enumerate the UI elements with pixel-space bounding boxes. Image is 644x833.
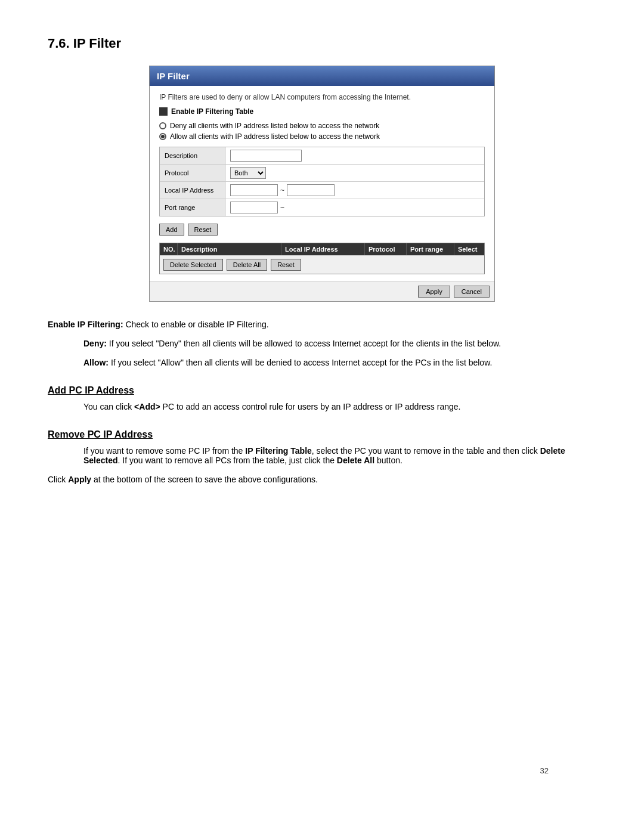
local-ip-row: Local IP Address ~: [160, 182, 484, 199]
local-ip-value: ~: [225, 182, 484, 199]
col-port-range: Port range: [407, 243, 454, 255]
description-row: Description: [160, 147, 484, 165]
table-reset-button[interactable]: Reset: [271, 259, 301, 271]
apply-text-content: Click Apply at the bottom of the screen …: [48, 475, 318, 484]
col-local-ip: Local IP Address: [281, 243, 365, 255]
port-start-input[interactable]: [230, 202, 278, 213]
col-description: Description: [178, 243, 281, 255]
port-tilde: ~: [280, 203, 284, 212]
port-range-row: Port range ~: [160, 199, 484, 216]
reset-button[interactable]: Reset: [188, 224, 218, 236]
delete-all-bold: Delete All: [337, 456, 374, 465]
page-title: 7.6. IP Filter: [48, 36, 596, 51]
cancel-button[interactable]: Cancel: [454, 286, 490, 298]
radio-deny-label: Deny all clients with IP address listed …: [170, 122, 379, 130]
allow-text: If you select "Allow" then all clients w…: [111, 358, 493, 367]
enable-heading: Enable IP Filtering:: [48, 320, 123, 329]
add-pc-text-content: You can click <Add> PC to add an access …: [83, 402, 460, 411]
local-ip-end-input[interactable]: [287, 184, 335, 196]
col-protocol: Protocol: [365, 243, 407, 255]
remove-pc-title: Remove PC IP Address: [48, 429, 596, 440]
protocol-value: Both TCP UDP: [225, 165, 484, 181]
panel-header: IP Filter: [150, 66, 494, 86]
enable-text: Check to enable or disable IP Filtering.: [125, 320, 268, 329]
radio-allow-label: Allow all clients with IP address listed…: [170, 132, 380, 141]
deny-heading: Deny:: [83, 339, 107, 348]
apply-button[interactable]: Apply: [418, 286, 450, 298]
description-value: [225, 147, 484, 164]
remove-pc-text-content: If you want to remove some PC IP from th…: [83, 446, 565, 465]
add-strong: <Add>: [134, 402, 160, 411]
protocol-row: Protocol Both TCP UDP: [160, 165, 484, 182]
radio-allow-row: Allow all clients with IP address listed…: [159, 132, 485, 141]
panel-body: IP Filters are used to deny or allow LAN…: [150, 86, 494, 281]
ip-filter-table: NO. Description Local IP Address Protoco…: [159, 243, 485, 274]
description-input[interactable]: [230, 150, 302, 162]
local-ip-start-input[interactable]: [230, 184, 278, 196]
local-ip-label: Local IP Address: [160, 182, 225, 199]
allow-heading: Allow:: [83, 358, 109, 367]
description-label: Description: [160, 147, 225, 164]
delete-selected-button[interactable]: Delete Selected: [163, 259, 223, 271]
add-button[interactable]: Add: [159, 224, 184, 236]
protocol-select[interactable]: Both TCP UDP: [230, 167, 266, 179]
deny-text: If you select "Deny" then all clients wi…: [109, 339, 501, 348]
page-content: 7.6. IP Filter IP Filter IP Filters are …: [48, 36, 596, 799]
ip-filtering-table-bold: IP Filtering Table: [245, 446, 312, 456]
form-buttons: Add Reset: [159, 221, 485, 238]
page-number: 32: [540, 766, 549, 775]
delete-all-button[interactable]: Delete All: [227, 259, 267, 271]
enable-row: Enable IP Filtering Table: [159, 107, 485, 116]
enable-checkbox-icon[interactable]: [159, 107, 168, 116]
form-section: Description Protocol Both TCP UDP: [159, 147, 485, 216]
radio-deny-icon[interactable]: [159, 122, 166, 129]
table-actions: Delete Selected Delete All Reset: [160, 255, 484, 274]
deny-description: Deny: If you select "Deny" then all clie…: [48, 339, 596, 348]
apply-description: Click Apply at the bottom of the screen …: [48, 475, 596, 484]
enable-label: Enable IP Filtering Table: [171, 107, 253, 116]
local-ip-tilde: ~: [280, 186, 284, 194]
add-pc-title: Add PC IP Address: [48, 385, 596, 396]
panel-description: IP Filters are used to deny or allow LAN…: [159, 93, 485, 101]
apply-bold: Apply: [68, 475, 91, 484]
add-pc-text: You can click <Add> PC to add an access …: [48, 402, 596, 411]
panel-footer: Apply Cancel: [150, 281, 494, 301]
col-no: NO.: [160, 243, 178, 255]
delete-selected-bold: Delete Selected: [83, 446, 565, 465]
allow-description: Allow: If you select "Allow" then all cl…: [48, 358, 596, 367]
protocol-label: Protocol: [160, 165, 225, 181]
col-select: Select: [454, 243, 484, 255]
ip-filter-panel: IP Filter IP Filters are used to deny or…: [149, 66, 495, 302]
radio-deny-row: Deny all clients with IP address listed …: [159, 122, 485, 130]
table-header: NO. Description Local IP Address Protoco…: [160, 243, 484, 255]
enable-description: Enable IP Filtering: Check to enable or …: [48, 320, 596, 329]
port-range-label: Port range: [160, 199, 225, 216]
radio-allow-icon[interactable]: [159, 133, 166, 140]
remove-pc-text: If you want to remove some PC IP from th…: [48, 446, 596, 465]
port-range-value: ~: [225, 199, 484, 216]
